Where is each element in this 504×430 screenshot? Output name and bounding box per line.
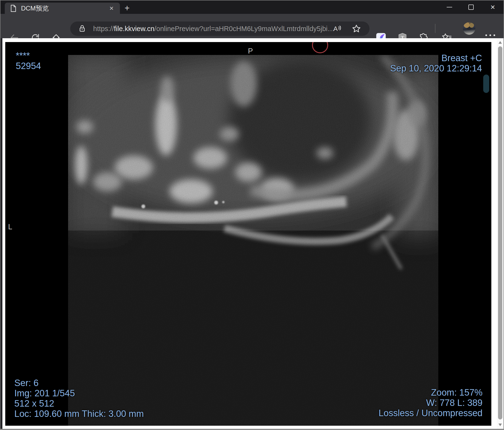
window-bottom-border <box>0 429 504 430</box>
minimize-icon <box>447 7 452 7</box>
url-text[interactable]: https://file.kkview.cn/onlinePreview?url… <box>93 21 334 36</box>
new-tab-button[interactable]: + <box>122 3 132 13</box>
window-level: W: 778 L: 389 <box>378 398 483 408</box>
series-number: Ser: 6 <box>14 378 144 388</box>
window-minimize-button[interactable] <box>442 0 457 14</box>
scrollbar-down-arrow[interactable] <box>498 423 502 426</box>
study-datetime: Sep 10, 2020 12:29:14 <box>390 63 482 74</box>
document-favicon-icon <box>10 5 16 12</box>
scrollbar-thumb[interactable] <box>498 46 502 420</box>
maximize-icon <box>468 5 474 10</box>
annotation-circle <box>312 42 328 53</box>
window-maximize-button[interactable] <box>464 0 478 14</box>
zoom-level: Zoom: 157% <box>378 387 483 398</box>
tab-title: DCM预览 <box>21 4 95 13</box>
scrollbar-up-arrow[interactable] <box>498 41 502 44</box>
orientation-label-posterior: P <box>248 46 253 56</box>
favorite-star-icon[interactable] <box>351 24 361 34</box>
url-domain: file.kkview.cn <box>114 25 154 33</box>
address-bar[interactable]: https://file.kkview.cn/onlinePreview?url… <box>70 21 369 36</box>
patient-id: 52954 <box>16 61 41 71</box>
read-aloud-icon[interactable]: A <box>332 24 342 34</box>
study-name: Breast +C <box>390 53 482 63</box>
settings-more-icon[interactable] <box>485 34 495 36</box>
image-number: Img: 201 1/545 <box>14 388 144 398</box>
tab-close-icon[interactable]: ✕ <box>108 5 116 12</box>
series-info-block: Ser: 6 Img: 201 1/545 512 x 512 Loc: 109… <box>14 378 144 419</box>
mri-tissue-art <box>68 55 440 426</box>
url-scheme: https:// <box>93 25 114 33</box>
compression-info: Lossless / Uncompressed <box>378 408 483 418</box>
tab-dcm-preview[interactable]: DCM预览 ✕ <box>5 3 120 14</box>
browser-toolbar: https://file.kkview.cn/onlinePreview?url… <box>0 14 504 38</box>
patient-mask: **** <box>16 51 41 61</box>
series-scroll-indicator <box>483 74 489 93</box>
url-path: /onlinePreview?url=aHR0cHM6Ly9maWxlLmtrd… <box>154 25 334 33</box>
mri-image <box>5 42 491 426</box>
patient-info-block: **** 52954 <box>16 51 41 71</box>
svg-text:A: A <box>333 25 338 32</box>
profile-avatar[interactable] <box>463 22 475 35</box>
orientation-label-left: L <box>8 222 12 232</box>
toolbar-divider <box>435 24 435 33</box>
window-close-button[interactable]: ✕ <box>485 0 500 14</box>
lock-icon[interactable] <box>78 24 86 33</box>
display-info-block: Zoom: 157% W: 778 L: 389 Lossless / Unco… <box>378 387 483 418</box>
image-matrix: 512 x 512 <box>14 398 144 409</box>
browser-window: DCM预览 ✕ + ✕ <box>0 0 504 430</box>
window-left-edge <box>0 38 2 429</box>
slice-location: Loc: 109.60 mm Thick: 3.00 mm <box>14 409 144 419</box>
study-info-block: Breast +C Sep 10, 2020 12:29:14 <box>390 53 482 74</box>
page-scrollbar[interactable] <box>497 38 504 429</box>
dicom-viewer-canvas[interactable]: **** 52954 P Breast +C Sep 10, 2020 12:2… <box>5 42 491 426</box>
tab-strip: DCM预览 ✕ + ✕ <box>0 0 504 14</box>
